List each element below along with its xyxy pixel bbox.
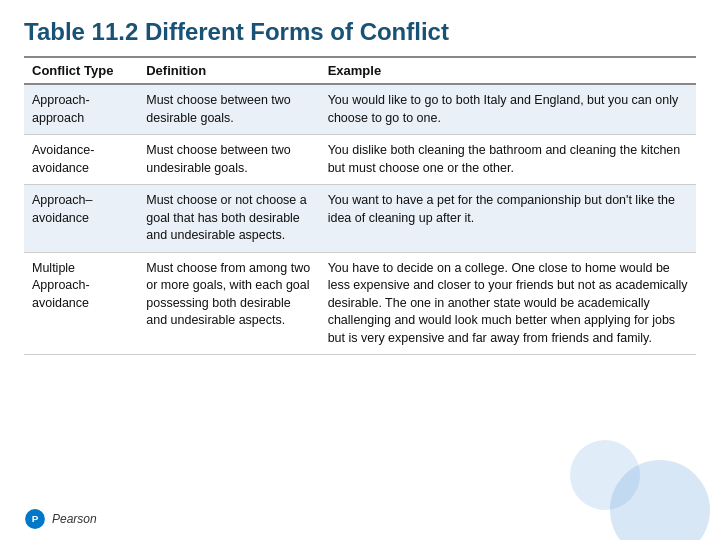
- page-title: Table 11.2 Different Forms of Conflict: [24, 18, 696, 46]
- cell-type: Approach–avoidance: [24, 185, 138, 253]
- cell-definition: Must choose from among two or more goals…: [138, 252, 319, 355]
- table-row: Multiple Approach-avoidanceMust choose f…: [24, 252, 696, 355]
- decorative-circles: [590, 430, 720, 540]
- col-header-example: Example: [320, 57, 696, 84]
- cell-example: You want to have a pet for the companion…: [320, 185, 696, 253]
- col-header-type: Conflict Type: [24, 57, 138, 84]
- cell-definition: Must choose between two desirable goals.: [138, 84, 319, 135]
- col-header-definition: Definition: [138, 57, 319, 84]
- cell-type: Multiple Approach-avoidance: [24, 252, 138, 355]
- cell-definition: Must choose or not choose a goal that ha…: [138, 185, 319, 253]
- cell-example: You have to decide on a college. One clo…: [320, 252, 696, 355]
- table-row: Approach–avoidanceMust choose or not cho…: [24, 185, 696, 253]
- table-row: Avoidance-avoidanceMust choose between t…: [24, 135, 696, 185]
- cell-example: You dislike both cleaning the bathroom a…: [320, 135, 696, 185]
- table-header-row: Conflict Type Definition Example: [24, 57, 696, 84]
- cell-definition: Must choose between two undesirable goal…: [138, 135, 319, 185]
- deco-circle-small: [570, 440, 640, 510]
- svg-text:P: P: [32, 513, 39, 524]
- conflict-table: Conflict Type Definition Example Approac…: [24, 56, 696, 355]
- page: Table 11.2 Different Forms of Conflict C…: [0, 0, 720, 540]
- pearson-logo-icon: P: [24, 508, 46, 530]
- table-row: Approach-approachMust choose between two…: [24, 84, 696, 135]
- footer: P Pearson: [24, 508, 97, 530]
- brand-label: Pearson: [52, 512, 97, 526]
- cell-type: Approach-approach: [24, 84, 138, 135]
- cell-type: Avoidance-avoidance: [24, 135, 138, 185]
- deco-circle-large: [610, 460, 710, 540]
- cell-example: You would like to go to both Italy and E…: [320, 84, 696, 135]
